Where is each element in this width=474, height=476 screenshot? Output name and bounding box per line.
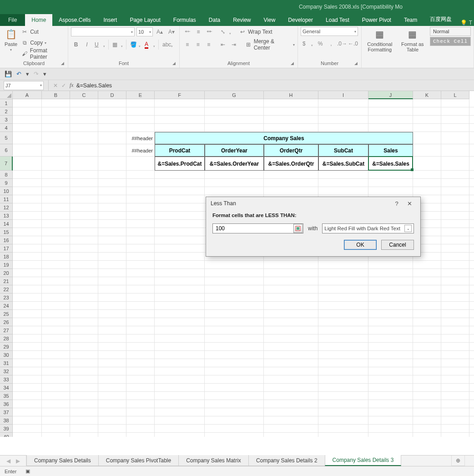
sheet-tab[interactable]: Company Sales Details 3 [325, 455, 402, 466]
row-header[interactable]: 15 [0, 228, 13, 236]
add-sheet-button[interactable]: ⊕ [451, 456, 465, 466]
column-header[interactable]: E [126, 91, 155, 99]
column-header[interactable]: B [42, 91, 70, 99]
column-header[interactable]: K [413, 91, 441, 99]
range-picker-button[interactable] [293, 224, 303, 233]
decrease-font-button[interactable]: A▾ [166, 27, 176, 37]
underline-button[interactable]: U [93, 40, 106, 50]
tab-loadtest[interactable]: Load Test [319, 14, 356, 26]
row-header[interactable]: 35 [0, 392, 13, 400]
table-header-cell[interactable]: SubCat [318, 144, 368, 157]
dialog-launcher-icon[interactable]: ◢ [171, 61, 176, 66]
row-header[interactable]: 23 [0, 294, 13, 302]
sheet-nav-prev[interactable]: ◀ [6, 458, 10, 464]
table-data-cell[interactable]: &=Sales.ProdCat [155, 157, 205, 171]
decrease-decimal-button[interactable]: ←.0 [348, 39, 358, 49]
help-button[interactable]: ? [390, 200, 403, 207]
formula-input[interactable]: &=Sales.Sales [74, 82, 474, 89]
row-header[interactable]: 9 [0, 179, 13, 187]
table-header-cell[interactable]: OrderYear [205, 144, 264, 157]
row-header[interactable]: 24 [0, 302, 13, 310]
enter-formula-button[interactable]: ✓ [61, 82, 66, 89]
insert-function-button[interactable]: fx [70, 82, 74, 89]
row-header[interactable]: 34 [0, 384, 13, 392]
row-header[interactable]: 13 [0, 212, 13, 220]
name-box[interactable]: J7▾ [4, 81, 44, 90]
row-header[interactable]: 4 [0, 124, 13, 132]
row-header[interactable]: 1 [0, 99, 13, 107]
table-header-cell[interactable]: OrderQtr [264, 144, 318, 157]
percent-button[interactable]: % [315, 39, 325, 49]
sheet-tab[interactable]: Company Sales PivotTable [98, 455, 179, 466]
column-header[interactable]: J [368, 91, 413, 99]
macro-record-icon[interactable]: ▣ [25, 468, 30, 474]
column-header[interactable]: I [318, 91, 368, 99]
dialog-launcher-icon[interactable]: ◢ [353, 61, 358, 66]
align-right-button[interactable]: ≡ [204, 40, 214, 50]
accounting-button[interactable]: $ [301, 39, 314, 49]
column-header[interactable]: F [155, 91, 205, 99]
row-header[interactable]: 14 [0, 220, 13, 228]
table-data-cell[interactable]: &=Sales.OrderQtr [264, 157, 318, 171]
row-header[interactable]: 16 [0, 236, 13, 244]
tab-powerpivot[interactable]: Power Pivot [356, 14, 398, 26]
cancel-button[interactable]: Cancel [381, 240, 414, 250]
redo-button[interactable]: ↷ [34, 71, 39, 77]
column-header[interactable]: D [98, 91, 126, 99]
row-header[interactable]: 25 [0, 310, 13, 318]
dialog-launcher-icon[interactable]: ◢ [60, 61, 65, 66]
font-color-button[interactable]: A [143, 40, 156, 50]
row-header[interactable]: 29 [0, 343, 13, 351]
table-data-cell[interactable]: &=Sales.SubCat [318, 157, 368, 171]
row-header[interactable]: 2 [0, 107, 13, 116]
fill-color-button[interactable]: 🪣 [128, 40, 142, 50]
tab-aspose[interactable]: Aspose.Cells [52, 14, 97, 26]
row-header[interactable]: 7 [0, 157, 13, 171]
row-header[interactable]: 32 [0, 367, 13, 375]
increase-indent-button[interactable]: ⇥ [229, 40, 239, 50]
merge-center-button[interactable]: ⊞Merge & Center▾ [245, 40, 295, 50]
column-header[interactable]: G [205, 91, 264, 99]
column-header[interactable]: L [441, 91, 469, 99]
worksheet-grid[interactable]: ABCDEFGHIJKL 123456789101112131415161718… [0, 91, 474, 437]
row-header[interactable]: 27 [0, 326, 13, 334]
row-header[interactable]: 37 [0, 408, 13, 416]
select-all-corner[interactable] [0, 91, 13, 99]
tab-baidu[interactable]: 百度网盘 [424, 13, 458, 26]
increase-decimal-button[interactable]: .0→ [337, 39, 347, 49]
tab-insert[interactable]: Insert [97, 14, 123, 26]
row-header[interactable]: 11 [0, 195, 13, 203]
row-header[interactable]: 12 [0, 203, 13, 212]
row-header[interactable]: 38 [0, 416, 13, 425]
row-header[interactable]: 10 [0, 187, 13, 195]
row-header[interactable]: 26 [0, 318, 13, 326]
tab-home[interactable]: Home [25, 14, 52, 26]
row-header[interactable]: 39 [0, 425, 13, 433]
column-header[interactable]: A [13, 91, 42, 99]
copy-button[interactable]: ⧉Copy▾ [21, 38, 65, 48]
row-header[interactable]: 20 [0, 269, 13, 277]
wrap-text-button[interactable]: ↩Wrap Text [239, 27, 272, 37]
orientation-button[interactable]: ⤡ [219, 27, 232, 37]
row-header[interactable]: 21 [0, 277, 13, 285]
cut-button[interactable]: ✂Cut [21, 27, 65, 37]
tab-formulas[interactable]: Formulas [167, 14, 202, 26]
tab-view[interactable]: View [257, 14, 282, 26]
style-check-cell[interactable]: Check Cell [430, 37, 471, 46]
threshold-input[interactable] [213, 225, 293, 232]
align-center-button[interactable]: ≡ [193, 40, 203, 50]
sheet-tab[interactable]: Company Sales Details [26, 455, 99, 466]
paste-button[interactable]: 📋 Paste ▾ [3, 27, 19, 53]
phonetic-button[interactable]: abc [161, 40, 174, 50]
row-header[interactable]: 28 [0, 334, 13, 343]
align-bottom-button[interactable]: ⬵ [204, 27, 214, 37]
tab-pagelayout[interactable]: Page Layout [123, 14, 166, 26]
undo-button[interactable]: ↶ [16, 71, 21, 77]
decrease-indent-button[interactable]: ⇤ [218, 40, 228, 50]
format-as-table-button[interactable]: ▦ Format as Table [399, 27, 426, 53]
tab-developer[interactable]: Developer [282, 14, 319, 26]
row-header[interactable]: 22 [0, 285, 13, 294]
borders-button[interactable]: ▦ [111, 40, 124, 50]
row-header[interactable]: 31 [0, 359, 13, 367]
ok-button[interactable]: OK [344, 240, 377, 250]
